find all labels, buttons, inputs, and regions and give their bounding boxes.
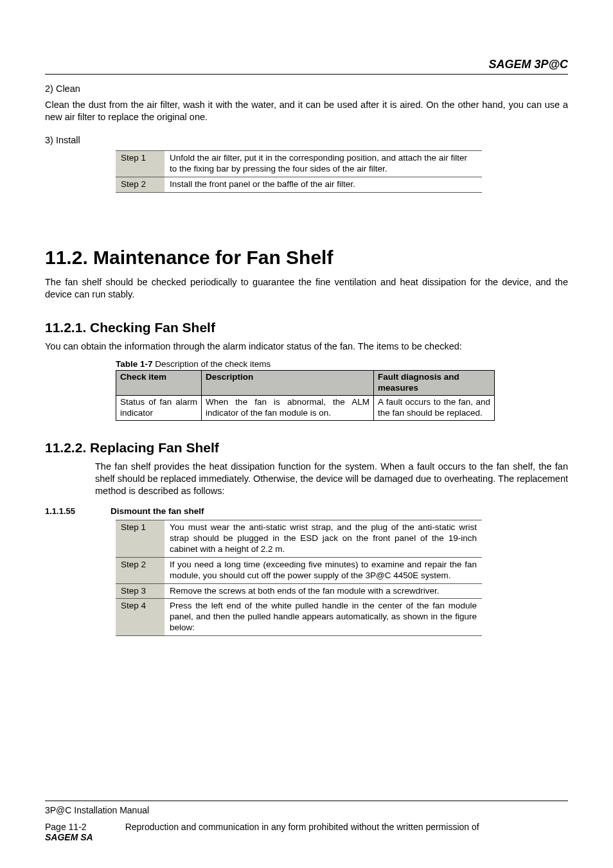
- cell-description: When the fan is abnormal, the ALM indica…: [202, 396, 374, 421]
- cell-check-item: Status of fan alarm indicator: [116, 396, 202, 421]
- table-row: Step 2 If you need a long time (exceedin…: [116, 557, 482, 583]
- table-row: Step 2 Install the front panel or the ba…: [116, 177, 482, 193]
- step-label: Step 1: [116, 520, 164, 558]
- footer-rights: Reproduction and communication in any fo…: [125, 822, 568, 832]
- step-label: Step 1: [116, 151, 164, 177]
- step-label: Step 3: [116, 583, 164, 599]
- step-text: Press the left end of the white pulled h…: [164, 599, 482, 636]
- dismount-steps-table: Step 1 You must wear the anti-static wri…: [116, 520, 482, 636]
- header-rule: [45, 74, 568, 75]
- caption-rest: Description of the check items: [153, 359, 271, 369]
- step-label: Step 2: [116, 177, 164, 193]
- paragraph-number: 1.1.1.55: [45, 506, 95, 516]
- section-11.2-title: 11.2. Maintenance for Fan Shelf: [45, 247, 568, 269]
- table-row: Step 4 Press the left end of the white p…: [116, 599, 482, 636]
- table-row: Step 1 You must wear the anti-static wri…: [116, 520, 482, 558]
- brand-header: SAGEM 3P@C: [45, 58, 568, 71]
- table-row: Step 3 Remove the screws at both ends of…: [116, 583, 482, 599]
- section-11.2.2-intro: The fan shelf provides the heat dissipat…: [95, 461, 568, 497]
- table-header-row: Check item Description Fault diagnosis a…: [116, 371, 495, 396]
- table-row: Step 1 Unfold the air filter, put it in …: [116, 151, 482, 177]
- col-description: Description: [202, 371, 374, 396]
- step-text: You must wear the anti-static wrist stra…: [164, 520, 482, 558]
- clean-text: Clean the dust from the air filter, wash…: [45, 99, 568, 123]
- footer-rule: [45, 801, 568, 801]
- footer-manual-title: 3P@C Installation Manual: [45, 805, 568, 815]
- section-11.2.1-title: 11.2.1. Checking Fan Shelf: [45, 320, 568, 335]
- step-label: Step 2: [116, 557, 164, 583]
- footer-company: SAGEM SA: [45, 832, 93, 842]
- section-11.2-intro: The fan shelf should be checked periodic…: [45, 276, 568, 301]
- cell-fault: A fault occurs to the fan, and the fan s…: [374, 396, 495, 421]
- caption-bold: Table 1-7: [116, 359, 153, 369]
- step-text: Unfold the air filter, put it in the cor…: [164, 151, 482, 177]
- check-items-table: Check item Description Fault diagnosis a…: [116, 370, 495, 421]
- step-text: If you need a long time (exceeding five …: [164, 557, 482, 583]
- step-text: Remove the screws at both ends of the fa…: [164, 583, 482, 599]
- col-check-item: Check item: [116, 371, 202, 396]
- install-steps-table: Step 1 Unfold the air filter, put it in …: [116, 150, 482, 193]
- col-fault: Fault diagnosis and measures: [374, 371, 495, 396]
- section-11.2.2-title: 11.2.2. Replacing Fan Shelf: [45, 440, 568, 456]
- table-row: Status of fan alarm indicator When the f…: [116, 396, 495, 421]
- paragraph-title: Dismount the fan shelf: [111, 506, 204, 516]
- page-footer: 3P@C Installation Manual Page 11-2 SAGEM…: [45, 801, 568, 842]
- dismount-heading-row: 1.1.1.55 Dismount the fan shelf: [45, 506, 568, 516]
- clean-title: 2) Clean: [45, 84, 568, 94]
- install-title: 3) Install: [45, 135, 568, 145]
- section-11.2.1-intro: You can obtain the information through t…: [45, 341, 568, 353]
- table-1-7-caption: Table 1-7 Description of the check items: [116, 359, 568, 369]
- footer-page-number: Page 11-2: [45, 822, 93, 832]
- step-label: Step 4: [116, 599, 164, 636]
- step-text: Install the front panel or the baffle of…: [164, 177, 482, 193]
